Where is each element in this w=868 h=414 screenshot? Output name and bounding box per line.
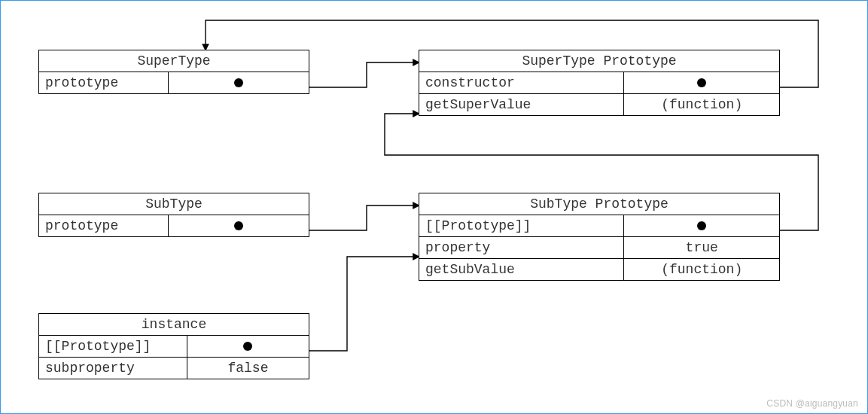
row-subtype-proto-property: property true <box>419 237 779 259</box>
box-supertype-prototype-title: SuperType Prototype <box>419 50 779 72</box>
box-instance: instance [[Prototype]] subproperty false <box>38 313 309 379</box>
box-subtype: SubType prototype <box>38 193 309 237</box>
watermark: CSDN @aiguangyuan <box>766 398 858 409</box>
label-supertype-prototype: prototype <box>39 72 169 93</box>
label-subtype-prototype: prototype <box>39 215 169 236</box>
box-subtype-title: SubType <box>39 193 309 215</box>
box-subtype-prototype: SubType Prototype [[Prototype]] property… <box>419 193 780 281</box>
value-subtype-proto-prototype <box>624 215 779 236</box>
row-subtype-proto-prototype: [[Prototype]] <box>419 215 779 237</box>
value-subtype-prototype <box>169 215 309 236</box>
pointer-dot-icon <box>234 78 243 87</box>
box-instance-title: instance <box>39 314 309 336</box>
value-supertype-prototype <box>169 72 309 93</box>
label-subtype-proto-getsubvalue: getSubValue <box>419 259 624 280</box>
box-supertype-prototype: SuperType Prototype constructor getSuper… <box>419 50 780 116</box>
label-instance-subproperty: subproperty <box>39 358 187 379</box>
diagram-frame: SuperType prototype SuperType Prototype … <box>0 0 868 414</box>
box-supertype: SuperType prototype <box>38 50 309 94</box>
row-subtype-proto-getsubvalue: getSubValue (function) <box>419 259 779 280</box>
value-instance-subproperty: false <box>187 358 309 379</box>
label-supertype-proto-constructor: constructor <box>419 72 624 93</box>
value-supertype-proto-constructor <box>624 72 779 93</box>
row-subtype-prototype: prototype <box>39 215 309 236</box>
pointer-dot-icon <box>697 221 706 230</box>
pointer-dot-icon <box>697 78 706 87</box>
value-subtype-proto-getsubvalue: (function) <box>624 259 779 280</box>
value-supertype-proto-getsupervalue: (function) <box>624 94 779 115</box>
row-instance-prototype: [[Prototype]] <box>39 336 309 358</box>
value-subtype-proto-property: true <box>624 237 779 258</box>
value-instance-prototype <box>187 336 309 357</box>
label-subtype-proto-prototype: [[Prototype]] <box>419 215 624 236</box>
pointer-dot-icon <box>243 342 252 351</box>
label-supertype-proto-getsupervalue: getSuperValue <box>419 94 624 115</box>
row-supertype-proto-constructor: constructor <box>419 72 779 94</box>
row-supertype-prototype: prototype <box>39 72 309 93</box>
row-instance-subproperty: subproperty false <box>39 358 309 379</box>
label-instance-prototype: [[Prototype]] <box>39 336 187 357</box>
row-supertype-proto-getsupervalue: getSuperValue (function) <box>419 94 779 115</box>
label-subtype-proto-property: property <box>419 237 624 258</box>
box-supertype-title: SuperType <box>39 50 309 72</box>
pointer-dot-icon <box>234 221 243 230</box>
box-subtype-prototype-title: SubType Prototype <box>419 193 779 215</box>
